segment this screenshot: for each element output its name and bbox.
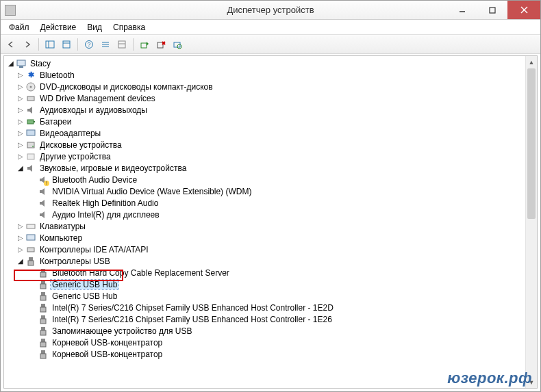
tree-category[interactable]: ▷ ✱ Bluetooth — [4, 69, 525, 81]
expander-icon[interactable]: ▷ — [16, 118, 25, 125]
tree-device[interactable]: Intel(R) 7 Series/C216 Chipset Family US… — [4, 313, 525, 325]
usb-icon — [38, 326, 49, 337]
tree-root[interactable]: ◢ Stacy — [4, 57, 525, 69]
tree-device[interactable]: Корневой USB-концентратор — [4, 337, 525, 348]
menu-action[interactable]: Действие — [35, 21, 82, 34]
svg-rect-44 — [40, 307, 46, 312]
close-icon — [520, 6, 528, 14]
tree-device[interactable]: Корневой USB-концентратор — [4, 348, 525, 360]
details-button[interactable] — [114, 37, 129, 52]
svg-rect-36 — [28, 261, 34, 265]
usb-icon — [38, 349, 49, 360]
device-label: Запоминающее устройство для USB — [51, 326, 193, 336]
svg-rect-41 — [41, 292, 45, 296]
properties-button[interactable] — [59, 37, 74, 52]
toolbar-separator — [77, 38, 78, 51]
tree-device[interactable]: Generic USB Hub — [4, 278, 525, 290]
svg-rect-51 — [41, 350, 45, 354]
scan-hardware-button[interactable] — [170, 37, 185, 52]
expander-icon[interactable]: ▷ — [16, 222, 25, 230]
tree-category[interactable]: ▷ Другие устройства — [4, 151, 525, 162]
expander-icon[interactable]: ▷ — [16, 246, 25, 253]
svg-rect-21 — [17, 60, 25, 66]
device-label: Bluetooth Hard Copy Cable Replacement Se… — [51, 268, 231, 278]
vertical-scrollbar[interactable]: ▲ ▼ — [525, 56, 537, 388]
category-label: WD Drive Management devices — [38, 94, 157, 103]
expander-icon[interactable]: ▷ — [16, 94, 25, 102]
device-label: Корневой USB-концентратор — [51, 338, 164, 348]
tree-category-sound[interactable]: ◢ Звуковые, игровые и видеоустройства — [4, 162, 525, 174]
maximize-button[interactable] — [477, 1, 507, 19]
expander-icon[interactable]: ▷ — [16, 71, 25, 79]
audio-icon — [38, 198, 49, 209]
update-icon — [140, 40, 149, 49]
show-hide-tree-button[interactable] — [42, 37, 58, 52]
tree-device[interactable]: Запоминающее устройство для USB — [4, 325, 525, 337]
category-label: Аудиовходы и аудиовыходы — [38, 105, 149, 115]
menu-view[interactable]: Вид — [81, 21, 108, 34]
close-button[interactable] — [507, 1, 540, 19]
tree-category[interactable]: ▷ Клавиатуры — [4, 220, 525, 232]
toolbar-separator — [133, 38, 134, 51]
list-button[interactable] — [98, 37, 113, 52]
usb-icon — [25, 256, 36, 267]
expander-icon[interactable]: ▷ — [16, 106, 25, 114]
scroll-down-button[interactable]: ▼ — [526, 376, 537, 388]
forward-button[interactable] — [20, 37, 35, 52]
svg-rect-42 — [40, 296, 46, 300]
menu-help[interactable]: Справка — [108, 21, 151, 34]
category-label: Bluetooth — [38, 70, 76, 80]
device-tree[interactable]: ◢ Stacy ▷ ✱ Bluetooth ▷ DVD-дисководы и … — [4, 57, 525, 388]
tree-device[interactable]: Generic USB Hub — [4, 290, 525, 302]
category-label: Другие устройства — [38, 152, 112, 161]
tree-device[interactable]: ! Bluetooth Audio Device — [4, 174, 525, 185]
svg-rect-50 — [40, 342, 46, 347]
tree-category[interactable]: ▷ Видеоадаптеры — [4, 127, 525, 139]
back-button[interactable] — [3, 37, 18, 52]
expander-icon[interactable]: ◢ — [7, 60, 15, 67]
svg-rect-46 — [40, 319, 46, 324]
help-button[interactable]: ? — [81, 37, 97, 52]
tree-device[interactable]: NVIDIA Virtual Audio Device (Wave Extens… — [4, 185, 525, 197]
category-label: Видеоадаптеры — [38, 129, 102, 138]
svg-text:?: ? — [87, 41, 90, 48]
app-icon — [5, 5, 16, 16]
tree-category[interactable]: ▷ Батареи — [4, 116, 525, 127]
expander-icon[interactable]: ▷ — [16, 153, 25, 160]
scrollbar-thumb[interactable] — [527, 68, 536, 219]
svg-rect-48 — [40, 330, 46, 335]
expander-icon[interactable]: ◢ — [16, 164, 25, 172]
tree-category-usb[interactable]: ◢ Контроллеры USB — [4, 255, 525, 267]
svg-rect-26 — [27, 120, 34, 124]
expander-icon[interactable]: ▷ — [16, 83, 25, 90]
uninstall-button[interactable] — [153, 37, 168, 52]
arrow-left-icon — [6, 40, 16, 49]
warning-overlay-icon: ! — [44, 181, 49, 186]
tree-category[interactable]: ▷ Дисковые устройства — [4, 139, 525, 151]
tree-category[interactable]: ▷ DVD-дисководы и дисководы компакт-диск… — [4, 81, 525, 92]
details-icon — [117, 40, 127, 49]
expander-icon[interactable]: ▷ — [16, 141, 25, 148]
device-label: Аудио Intel(R) для дисплеев — [51, 210, 161, 220]
expander-icon[interactable]: ▷ — [16, 129, 25, 137]
minimize-button[interactable] — [447, 1, 477, 19]
svg-rect-43 — [41, 304, 45, 307]
tree-category[interactable]: ▷ Аудиовходы и аудиовыходы — [4, 104, 525, 116]
display-icon — [25, 128, 36, 139]
tree-category[interactable]: ▷ Контроллеры IDE ATA/ATAPI — [4, 244, 525, 255]
svg-rect-35 — [29, 257, 33, 261]
scroll-up-button[interactable]: ▲ — [526, 56, 537, 68]
tree-device[interactable]: Intel(R) 7 Series/C216 Chipset Family US… — [4, 302, 525, 313]
svg-rect-15 — [141, 43, 147, 48]
tree-device[interactable]: Realtek High Definition Audio — [4, 197, 525, 209]
expander-icon[interactable]: ▷ — [16, 234, 25, 241]
category-label: Контроллеры USB — [38, 257, 112, 266]
expander-icon[interactable]: ◢ — [16, 257, 25, 265]
tree-device[interactable]: Bluetooth Hard Copy Cable Replacement Se… — [4, 267, 525, 278]
update-driver-button[interactable] — [137, 37, 152, 52]
tree-category[interactable]: ▷ WD Drive Management devices — [4, 92, 525, 104]
titlebar: Диспетчер устройств — [1, 1, 540, 20]
tree-device[interactable]: Аудио Intel(R) для дисплеев — [4, 209, 525, 220]
menu-file[interactable]: Файл — [3, 21, 35, 34]
tree-category[interactable]: ▷ Компьютер — [4, 232, 525, 244]
